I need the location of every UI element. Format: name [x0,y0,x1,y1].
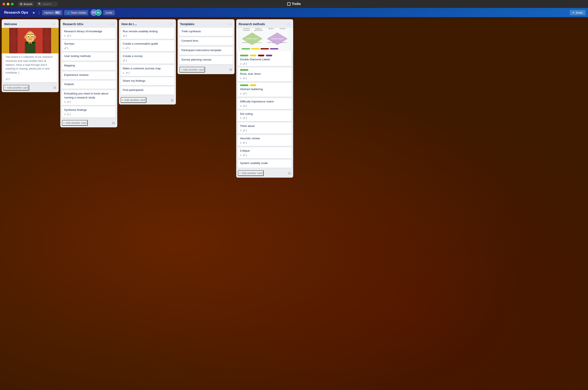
card-rose-bud-thorn[interactable]: Rose, bud, thorn ≡ 🖇 1 [238,67,291,82]
checklist-icon: ☑ 1 [67,113,71,116]
avatar-2: AL [95,9,101,16]
double-diamond-content: Double Diamond Labels ≡ 🖇 2 [238,53,291,66]
card-consent-form[interactable]: Consent form [179,37,233,46]
card-title: Dot voting [240,112,289,116]
card-meta: ≡ 🖇 2 [240,62,289,65]
card-outputs[interactable]: Outputs [62,81,116,89]
desc-icon: ≡ [64,113,66,116]
attach-icon: 🖇 1 [243,104,247,107]
card-meta: 🖇 1 [123,34,172,37]
card-difficulty-matrix[interactable]: Difficulty importance matrix ≡ 🖇 1 [238,98,291,109]
add-card-templates-button[interactable]: + Add another card [179,67,205,72]
team-visible-button[interactable]: 👥 Team Visible [64,10,88,15]
card-heuristic-review[interactable]: Heuristic review ≡ 🖇 1 [238,135,291,146]
maximize-button[interactable] [11,3,14,5]
card-meta: ≡ 🖇 1 [240,129,289,132]
card-research-library[interactable]: Research library of knowledge ≡ 🖇 1 [62,28,116,39]
attach-icon: 🖇 1 [64,47,68,50]
card-run-remote[interactable]: Run remote usability testing 🖇 1 [121,28,174,39]
list-research-methods: Research methods ··· Immersion & researc… [236,19,293,178]
card-meta: ≡ 🖇 1 [240,92,289,95]
close-button[interactable] [2,3,5,5]
card-trello-synthesis[interactable]: Trello synthesis [179,28,233,36]
card-critique[interactable]: Critique ≡ 🖇 1 [238,147,291,158]
archive-icon-research-methods[interactable]: ⊡ [287,171,291,176]
card-everything-research[interactable]: Everything you need to know about runnin… [62,90,116,105]
card-meta: ≡ 🖇 1 [123,71,172,74]
card-conversation-guide[interactable]: Create a conversation guide ≡ 🖇 1 [121,40,174,51]
board-title: Research Ops [2,10,30,15]
star-button[interactable]: ★ [31,10,36,15]
desc-icon: ≡ [240,117,241,120]
card-abstract-laddering[interactable]: Abstract laddering ≡ 🖇 1 [238,83,291,97]
add-card-howdoi-button[interactable]: + Add another card [121,97,146,103]
card-dot-voting[interactable]: Dot voting ≡ 🖇 1 [238,110,291,121]
workspace-button[interactable]: Alphero BC [42,10,62,15]
card-think-aloud[interactable]: Think aloud ≡ 🖇 1 [238,123,291,134]
card-welcome[interactable]: This board is a collection of our resear… [3,28,57,82]
card-surveys[interactable]: Surveys 🖇 1 [62,40,116,51]
card-title: Share my findings [123,79,172,83]
card-share-findings[interactable]: Share my findings [121,77,174,86]
desc-icon: ≡ [240,141,241,144]
add-card-row-howdoi: + Add another card ⊡ [119,96,176,104]
list-menu-research101[interactable]: ··· [110,21,115,27]
card-title: Rose, bud, thorn [240,72,289,76]
attach-icon: 🖇 1 [243,92,247,95]
add-card-research101-button[interactable]: + Add another card [62,120,88,126]
add-card-research-methods-button[interactable]: + Add another card [238,170,264,176]
svg-text:Immersion: Immersion [243,28,250,29]
card-title: Difficulty importance matrix [240,100,289,104]
card-double-diamond[interactable]: Immersion & research Insights & opportun… [238,28,291,66]
list-menu-research-methods[interactable]: ··· [286,21,291,27]
svg-text:Explore ideas...: Explore ideas... [268,42,275,43]
card-participant-instructions[interactable]: Participant instructions template [179,47,233,55]
archive-icon-howdoi[interactable]: ⊡ [170,98,174,103]
label-green [240,55,248,56]
list-cards-welcome: This board is a collection of our resear… [2,28,59,84]
card-user-testing[interactable]: User testing methods [62,52,116,61]
card-image-welcome [2,28,59,53]
list-menu-howdoi[interactable]: ··· [169,21,173,27]
card-survey-planning[interactable]: Survey planning canvas [179,56,233,64]
invite-button[interactable]: Invite [103,10,115,15]
list-title-welcome: Welcome [4,22,17,26]
list-menu-welcome[interactable]: ··· [51,21,56,27]
card-experience-reviews[interactable]: Experience reviews [62,71,116,80]
card-title: Create a survey [123,54,172,58]
list-menu-templates[interactable]: ··· [227,21,232,27]
butler-button[interactable]: ✦ Butler [570,10,586,15]
boards-nav[interactable]: ⊞ Boards [18,1,34,6]
card-meta: ≡ 🖇 1 [240,77,289,80]
card-mapping[interactable]: Mapping [62,62,116,70]
archive-icon-research101[interactable]: ⊡ [111,120,116,125]
svg-point-9 [28,36,29,37]
card-find-participants[interactable]: Find participants [121,87,174,95]
svg-rect-32 [251,48,260,49]
search-bar[interactable]: 🔍 Search [36,2,58,6]
card-image-inner [2,28,59,53]
card-labels [240,55,289,56]
card-title: Make a customer journey map [123,67,172,71]
card-title: Experience reviews [64,73,113,77]
attach-icon: 🖇 1 [67,34,71,37]
card-system-usability[interactable]: System usability scale [238,160,291,168]
add-card-row-research101: + Add another card ⊡ [60,119,117,127]
list-title-templates: Templates [180,22,194,26]
list-header-research-methods: Research methods ··· [236,19,293,28]
card-synthesis-findings[interactable]: Synthesis findings ≡ ☑ 1 [62,106,116,117]
diamond-card-image: Immersion & research Insights & opportun… [236,28,293,51]
minimize-button[interactable] [7,3,9,5]
svg-point-13 [34,35,36,39]
label-purple [266,55,272,56]
archive-icon-welcome[interactable]: ⊡ [53,85,57,90]
attach-icon: 🖇 1 [243,141,247,144]
card-journey-map[interactable]: Make a customer journey map ≡ 🖇 1 [121,65,174,76]
card-title: Synthesis findings [64,108,113,112]
list-cards-templates: Trello synthesis Consent form Participan… [178,28,234,66]
add-card-welcome-button[interactable]: + Add another card [3,85,29,91]
archive-icon-templates[interactable]: ⊡ [229,67,233,72]
card-welcome-meta: 🖇 2 [3,77,57,82]
card-create-survey[interactable]: Create a survey 🖇 1 [121,52,174,64]
list-title-howdoi: How do I.... [121,22,137,26]
